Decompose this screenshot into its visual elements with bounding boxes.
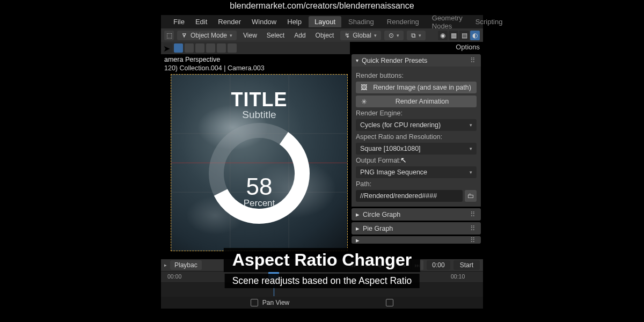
grip-icon[interactable]: ⠿ <box>470 210 477 218</box>
tool-icon[interactable] <box>195 43 204 53</box>
playback-dropdown[interactable]: Playbac <box>170 260 202 270</box>
n-panel: ▾ Quick Render Presets ⠿ Render buttons:… <box>352 54 481 244</box>
grip-icon[interactable]: ⠿ <box>470 56 477 64</box>
status-bar: Pan View <box>161 297 483 309</box>
xray-icon[interactable]: ▤ <box>459 31 469 40</box>
path-input[interactable] <box>356 190 463 202</box>
render-engine-value: Cycles (for CPU rendering) <box>360 121 441 129</box>
folder-icon: 🗀 <box>467 192 474 200</box>
mouse-icon <box>251 299 258 306</box>
status-pan-label: Pan View <box>262 299 289 306</box>
toolbar: ⬚ ⛛ Object Mode ▾ View Select Add Object… <box>161 28 483 42</box>
toolbar-select[interactable]: Select <box>264 31 288 40</box>
pie-graph-label: Pie Graph <box>363 225 393 232</box>
chart-unit: Percent <box>171 198 347 209</box>
select-box-icon[interactable] <box>174 43 183 53</box>
toolbar-add[interactable]: Add <box>291 31 309 40</box>
orientation-dropdown[interactable]: ↯ Global ▾ <box>340 31 381 40</box>
tab-rendering[interactable]: Rendering <box>381 16 425 27</box>
panel-title: Quick Render Presets <box>362 57 427 64</box>
chart-subtitle: Subtitle <box>171 109 347 121</box>
render-anim-label: Render Animation <box>372 98 472 105</box>
mode-dropdown[interactable]: ⛛ Object Mode ▾ <box>177 31 237 40</box>
toolbar-object[interactable]: Object <box>312 31 338 40</box>
axes-icon: ↯ <box>345 32 350 39</box>
aspect-ratio-select[interactable]: Square [1080x1080] ▾ <box>356 143 477 155</box>
tick-label: 00:00 <box>167 273 181 280</box>
tool-icon[interactable] <box>217 43 226 53</box>
magnet-icon: ⧉ <box>411 32 416 39</box>
chart-title: TITLE <box>171 89 347 111</box>
tool-icon[interactable] <box>228 43 237 53</box>
pivot-dropdown[interactable]: ⊙▾ <box>384 31 404 40</box>
grip-icon[interactable]: ⠿ <box>470 224 477 232</box>
chevron-down-icon: ▾ <box>470 170 472 175</box>
overlay-toggle-icon[interactable]: ▦ <box>449 31 458 40</box>
chevron-down-icon: ▾ <box>356 57 358 63</box>
chevron-right-icon: ▸ <box>356 236 360 244</box>
menu-file[interactable]: File <box>169 16 189 27</box>
person-icon: ⛛ <box>181 32 188 39</box>
file-browser-button[interactable]: 🗀 <box>465 190 477 202</box>
shading-icon[interactable]: ◐ <box>470 31 480 40</box>
render-buttons-label: Render buttons: <box>356 72 477 79</box>
chevron-down-icon: ▾ <box>470 146 472 151</box>
menubar: File Edit Render Window Help Layout Shad… <box>161 15 483 28</box>
overlay-title: Aspect Ratio Changer <box>224 248 420 272</box>
url-banner: blendermarket.com/creators/blenderrenais… <box>161 1 483 11</box>
tool-icon[interactable] <box>206 43 215 53</box>
tab-scripting[interactable]: Scripting <box>470 16 509 27</box>
output-format-select[interactable]: PNG Image Sequence ▾ <box>356 166 477 178</box>
start-frame-field[interactable]: Start <box>453 260 480 270</box>
panel-header-circle-graph[interactable]: ▸ Circle Graph ⠿ <box>352 208 481 221</box>
chevron-down-icon: ▾ <box>230 33 232 38</box>
render-engine-select[interactable]: Cycles (for CPU rendering) ▾ <box>356 119 477 131</box>
tab-shading[interactable]: Shading <box>342 16 380 27</box>
menu-window[interactable]: Window <box>247 16 281 27</box>
tick-label: 00:10 <box>451 273 465 280</box>
render-image-button[interactable]: 🖼 Render Image (and save in path) <box>356 82 477 93</box>
output-format-value: PNG Image Sequence <box>360 169 427 176</box>
mouse-icon <box>386 299 393 306</box>
panel-header-pie-graph[interactable]: ▸ Pie Graph ⠿ <box>352 222 481 235</box>
chevron-right-icon[interactable]: ▸ <box>164 262 167 268</box>
gizmo-icon[interactable]: ◉ <box>438 31 448 40</box>
perspective-label: amera Perspective <box>164 56 220 63</box>
current-frame[interactable]: 0:00 <box>427 260 450 270</box>
orientation-label: Global <box>353 32 371 39</box>
chevron-down-icon: ▾ <box>470 122 472 128</box>
panel-header-quick-render[interactable]: ▾ Quick Render Presets ⠿ <box>352 54 481 67</box>
film-icon: ✳ <box>360 98 368 105</box>
render-animation-button[interactable]: ✳ Render Animation <box>356 96 477 107</box>
tab-layout[interactable]: Layout <box>309 16 341 27</box>
output-format-label: Output Format: <box>356 157 477 164</box>
render-engine-label: Render Engine: <box>356 109 477 117</box>
breadcrumb: 120) Collection.004 | Camera.003 <box>164 64 265 72</box>
snap-dropdown[interactable]: ⧉▾ <box>407 31 426 40</box>
editor-type-icon[interactable]: ⬚ <box>164 31 174 40</box>
chart-value: 58 <box>171 173 347 200</box>
playback-label: Playbac <box>174 261 197 269</box>
aspect-ratio-label: Aspect Ratio and Resolution: <box>356 133 477 141</box>
cursor-tool-icon[interactable]: ➤ <box>163 43 172 53</box>
options-button[interactable]: Options <box>456 43 480 51</box>
pivot-icon: ⊙ <box>389 32 394 39</box>
menu-help[interactable]: Help <box>282 16 306 27</box>
viewport[interactable]: TITLE Subtitle 58 Percent <box>171 74 348 251</box>
menu-render[interactable]: Render <box>213 16 246 27</box>
circle-graph-label: Circle Graph <box>363 211 400 218</box>
grip-icon[interactable]: ⠿ <box>470 236 477 244</box>
tool-shelf: ➤ <box>161 42 350 54</box>
path-label: Path: <box>356 180 477 188</box>
chevron-right-icon: ▸ <box>356 224 360 232</box>
render-image-label: Render Image (and save in path) <box>372 84 472 91</box>
menu-edit[interactable]: Edit <box>191 16 212 27</box>
mode-label: Object Mode <box>191 32 227 39</box>
toolbar-view[interactable]: View <box>240 31 260 40</box>
chevron-right-icon: ▸ <box>356 210 360 218</box>
chevron-down-icon: ▾ <box>374 33 377 38</box>
aspect-ratio-value: Square [1080x1080] <box>360 145 421 152</box>
tool-icon[interactable] <box>185 43 194 53</box>
image-icon: 🖼 <box>360 84 368 91</box>
panel-header-collapsed[interactable]: ▸ ⠿ <box>352 236 481 244</box>
